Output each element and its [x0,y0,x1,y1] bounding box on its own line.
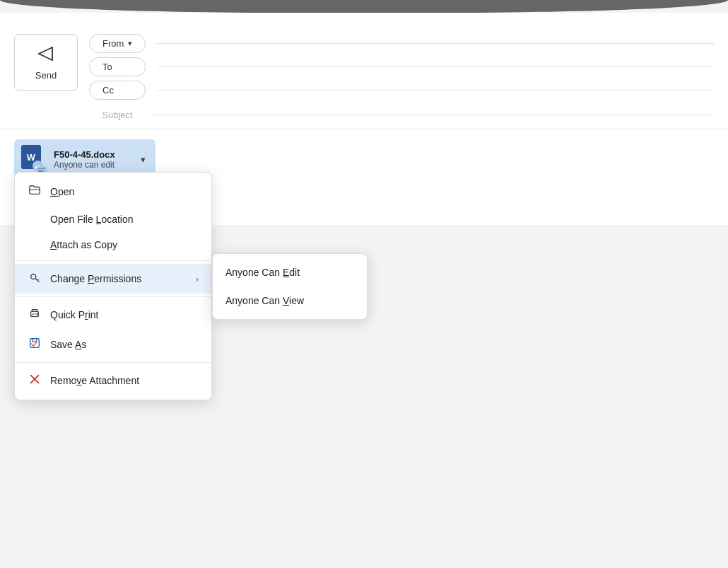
to-button[interactable]: To [89,57,146,76]
menu-change-permissions-label: Change Permissions [50,273,187,284]
attachment-info: F50-4-45.docx Anyone can edit [54,149,115,170]
to-input-line [157,66,714,67]
anyone-can-edit-label: Anyone Can Edit [225,267,300,278]
anyone-can-view-label: Anyone Can View [225,295,304,306]
from-row: From ▾ [89,34,714,53]
attachment-filename: F50-4-45.docx [54,149,115,160]
from-input-line [157,43,714,44]
save-as-icon [28,337,42,352]
menu-item-change-permissions[interactable]: Change Permissions › [15,264,211,294]
submenu-permissions: Anyone Can Edit Anyone Can View [212,253,368,320]
menu-item-open[interactable]: Open [15,177,211,207]
from-chevron: ▾ [128,39,132,48]
subject-divider [151,115,714,115]
cc-button[interactable]: Cc [89,81,146,100]
printer-icon [28,307,42,323]
menu-divider-1 [15,260,211,261]
attachment-area: W ☁ F50-4-45.docx Anyone can edit ▾ [0,129,728,179]
send-icon [37,45,55,67]
subject-label: Subject [89,110,146,120]
menu-save-as-label: Save As [50,339,199,350]
submenu-item-anyone-can-edit[interactable]: Anyone Can Edit [213,258,367,286]
menu-divider-2 [15,296,211,297]
submenu-item-anyone-can-view[interactable]: Anyone Can View [213,286,367,315]
menu-quick-print-label: Quick Print [50,309,199,320]
attachment-permission: Anyone can edit [54,160,115,170]
menu-remove-attachment-label: Remove Attachment [50,375,199,386]
menu-item-quick-print[interactable]: Quick Print [15,300,211,330]
svg-rect-2 [32,314,37,317]
cc-input-line [157,90,714,91]
to-row: To [89,57,714,76]
menu-attach-as-copy-label: Attach as Copy [50,239,199,250]
send-label: Send [35,70,57,81]
menu-item-attach-as-copy[interactable]: Attach as Copy [15,232,211,257]
attachment-chevron: ▾ [141,154,146,165]
x-red-icon [28,373,42,388]
menu-divider-3 [15,362,211,363]
context-menu: Open Open File Location Attach as Copy [14,172,212,400]
change-permissions-arrow: › [196,274,199,284]
svg-rect-4 [30,339,40,348]
menu-item-save-as[interactable]: Save As [15,330,211,359]
menu-open-file-location-label: Open File Location [50,214,199,225]
key-icon [28,271,42,286]
compose-fields: From ▾ To Cc [89,34,714,100]
menu-item-open-file-location[interactable]: Open File Location [15,207,211,232]
folder-open-icon [28,184,42,199]
send-button[interactable]: Send [14,34,78,91]
word-icon-inner: W ☁ [21,145,41,169]
from-button[interactable]: From ▾ [89,34,146,53]
menu-item-remove-attachment[interactable]: Remove Attachment [15,366,211,395]
menu-open-label: Open [50,186,199,197]
word-icon: W ☁ [21,145,47,173]
cc-row: Cc [89,81,714,100]
svg-point-3 [37,313,39,314]
